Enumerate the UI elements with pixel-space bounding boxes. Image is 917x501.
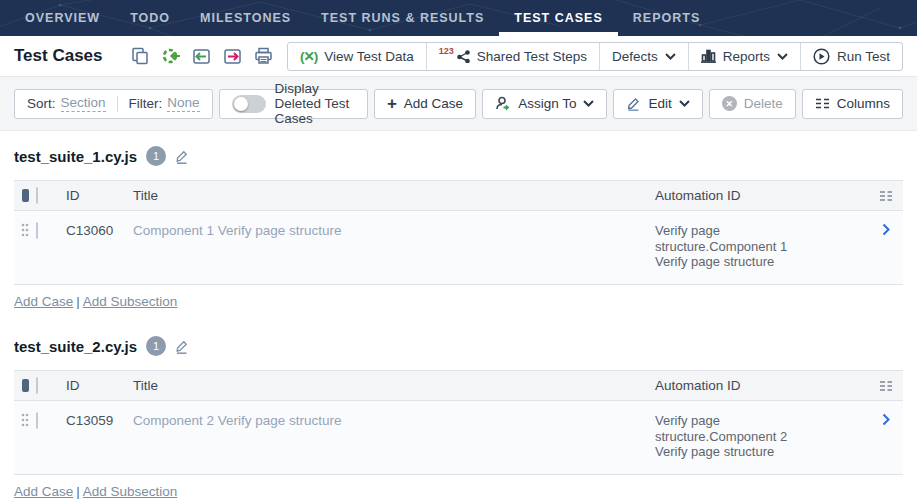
tab-milestones[interactable]: MILESTONES	[185, 0, 306, 36]
edit-section-pencil-icon[interactable]	[175, 149, 189, 164]
delete-button[interactable]: ✕ Delete	[709, 89, 796, 119]
view-test-data-button[interactable]: (✕) View Test Data	[288, 43, 426, 70]
row-checkbox-cell	[36, 401, 66, 428]
display-deleted-toggle[interactable]	[232, 95, 266, 113]
column-settings-icon[interactable]	[869, 380, 903, 392]
add-subsection-link[interactable]: Add Subsection	[83, 484, 178, 499]
edit-pencil-icon	[626, 96, 641, 111]
case-title-link[interactable]: Component 2 Verify page structure	[133, 413, 342, 428]
filter-value-link[interactable]: None	[167, 95, 199, 112]
add-case-button[interactable]: + Add Case	[374, 89, 476, 119]
toolbar: Sort: Section Filter: None Display Delet…	[0, 77, 917, 131]
tab-test-runs-results[interactable]: TEST RUNS & RESULTS	[306, 0, 499, 36]
row-checkbox[interactable]	[36, 222, 38, 239]
section-header: test_suite_2.cy.js 1	[14, 335, 903, 357]
edit-label: Edit	[648, 96, 671, 111]
tab-reports[interactable]: REPORTS	[618, 0, 715, 36]
select-all-bar-icon[interactable]	[22, 379, 29, 392]
select-all-checkbox[interactable]	[36, 187, 38, 204]
open-case-chevron-icon[interactable]	[869, 401, 903, 426]
table-header-row: ID Title Automation ID	[14, 181, 903, 211]
col-title: Title	[133, 378, 655, 393]
select-all-bar-icon[interactable]	[22, 189, 29, 202]
assign-to-dropdown-button[interactable]: Assign To	[482, 89, 607, 119]
reports-dropdown-button[interactable]: Reports	[688, 43, 800, 70]
sort-value-link[interactable]: Section	[61, 95, 106, 112]
tab-test-cases[interactable]: TEST CASES	[499, 0, 618, 36]
add-case-link[interactable]: Add Case	[14, 484, 73, 499]
run-test-button[interactable]: Run Test	[800, 43, 902, 70]
col-title: Title	[133, 188, 655, 203]
view-test-data-label: View Test Data	[324, 49, 414, 64]
columns-icon	[815, 97, 830, 110]
columns-label: Columns	[837, 96, 890, 111]
divider	[117, 96, 118, 112]
drag-dots-icon	[21, 413, 29, 427]
case-title-link[interactable]: Component 1 Verify page structure	[133, 223, 342, 238]
play-circle-icon	[813, 48, 830, 65]
select-all-handle	[14, 189, 36, 202]
shared-test-steps-button[interactable]: 123 Shared Test Steps	[426, 43, 599, 70]
add-case-label: Add Case	[404, 96, 463, 111]
header-button-group: (✕) View Test Data 123 Shared Test Steps…	[287, 42, 903, 71]
col-automation-id: Automation ID	[655, 188, 869, 203]
open-case-chevron-icon[interactable]	[869, 211, 903, 236]
defects-dropdown-button[interactable]: Defects	[599, 43, 688, 70]
edit-section-pencil-icon[interactable]	[175, 339, 189, 354]
edit-dropdown-button[interactable]: Edit	[613, 89, 702, 119]
section-footer-links: Add Case|Add Subsection	[14, 484, 903, 499]
col-id: ID	[66, 378, 133, 393]
tab-todo[interactable]: TODO	[115, 0, 185, 36]
defects-label: Defects	[612, 49, 658, 64]
assign-person-icon	[495, 96, 511, 112]
case-id: C13060	[66, 211, 133, 238]
filter-label: Filter:	[129, 96, 163, 111]
page-header: Test Cases	[0, 36, 917, 77]
select-all-checkbox[interactable]	[36, 377, 38, 394]
row-drag-handle[interactable]	[14, 401, 36, 427]
section-name: test_suite_1.cy.js	[14, 148, 137, 165]
row-checkbox[interactable]	[36, 412, 38, 429]
page-title: Test Cases	[14, 46, 103, 66]
add-subsection-link[interactable]: Add Subsection	[83, 294, 178, 309]
add-case-link[interactable]: Add Case	[14, 294, 73, 309]
case-count-badge[interactable]: 1	[146, 336, 166, 356]
plus-icon: +	[387, 95, 397, 112]
table-row: C13060 Component 1 Verify page structure…	[14, 211, 903, 284]
chevron-down-icon	[583, 100, 594, 107]
row-drag-handle[interactable]	[14, 211, 36, 237]
shared-steps-icon	[457, 50, 470, 63]
select-all-handle	[14, 379, 36, 392]
automation-id-value: Verify page structure.Component 2 Verify…	[655, 401, 810, 460]
bar-chart-icon	[701, 49, 716, 63]
case-id: C13059	[66, 401, 133, 428]
print-icon[interactable]	[253, 45, 275, 67]
header-checkbox-cell	[36, 188, 66, 203]
cases-table: ID Title Automation ID	[14, 370, 903, 475]
chevron-down-icon	[777, 53, 788, 60]
import-tray-icon[interactable]	[191, 45, 213, 67]
col-id: ID	[66, 188, 133, 203]
link-separator: |	[76, 484, 80, 499]
reports-label: Reports	[723, 49, 770, 64]
top-nav: OVERVIEW TODO MILESTONES TEST RUNS & RES…	[0, 0, 917, 36]
copy-icon[interactable]	[129, 45, 151, 67]
sync-green-icon[interactable]	[160, 45, 182, 67]
section-test-suite-2: test_suite_2.cy.js 1 ID Title Automation…	[14, 335, 903, 499]
sort-filter-box: Sort: Section Filter: None	[14, 89, 213, 119]
export-tray-icon[interactable]	[222, 45, 244, 67]
delete-x-icon: ✕	[722, 96, 737, 111]
view-test-data-icon: (✕)	[300, 48, 317, 64]
case-count-badge[interactable]: 1	[146, 146, 166, 166]
tab-overview[interactable]: OVERVIEW	[10, 0, 115, 36]
shared-test-steps-label: Shared Test Steps	[477, 49, 587, 64]
header-icon-strip	[129, 45, 275, 67]
deleted-toggle-box: Display Deleted Test Cases	[219, 89, 368, 119]
column-settings-icon[interactable]	[869, 190, 903, 202]
content-area: test_suite_1.cy.js 1 ID Title Automation…	[0, 145, 917, 499]
section-footer-links: Add Case|Add Subsection	[14, 294, 903, 309]
table-row: C13059 Component 2 Verify page structure…	[14, 401, 903, 474]
columns-button[interactable]: Columns	[802, 89, 903, 119]
chevron-down-icon	[665, 53, 676, 60]
toggle-knob	[234, 97, 248, 111]
